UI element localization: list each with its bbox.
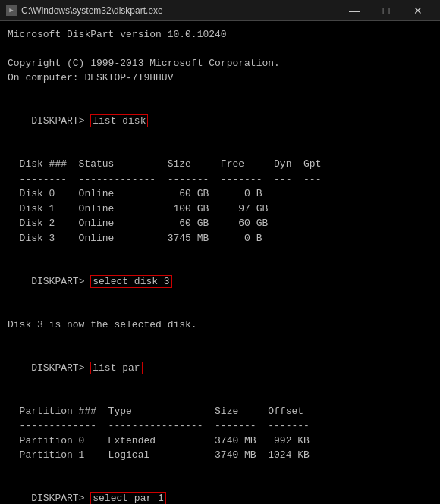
disk-header: Disk ### Status Size Free Dyn Gpt xyxy=(8,157,432,172)
title-bar-left: ▶ C:\Windows\system32\diskpart.exe xyxy=(6,5,163,16)
terminal-window: Microsoft DiskPart version 10.0.10240 Co… xyxy=(0,21,440,504)
cmd3-text: list par xyxy=(90,362,142,374)
version-line: Microsoft DiskPart version 10.0.10240 xyxy=(8,27,432,42)
blank-6 xyxy=(8,332,432,346)
window-controls[interactable]: — □ ✕ xyxy=(338,0,434,21)
disk1-line: Disk 1 Online 100 GB 97 GB xyxy=(8,202,432,217)
blank-8 xyxy=(8,463,432,477)
par-sep: ------------- ---------------- ------- -… xyxy=(8,418,432,434)
app-icon: ▶ xyxy=(6,5,17,16)
cmd1-text: list disk xyxy=(90,114,148,127)
disk3-line: Disk 3 Online 3745 MB 0 B xyxy=(8,231,432,246)
prompt-1: DISKPART> xyxy=(31,115,90,127)
cmd2-text: select disk 3 xyxy=(90,275,171,288)
par0-line: Partition 0 Extended 3740 MB 992 KB xyxy=(8,434,432,449)
blank-4 xyxy=(8,246,432,259)
cmd2-line: DISKPART> select disk 3 xyxy=(8,259,432,304)
select-disk-msg: Disk 3 is now the selected disk. xyxy=(8,318,432,333)
par1-line: Partition 1 Logical 3740 MB 1024 KB xyxy=(8,448,432,463)
blank-1 xyxy=(8,42,432,56)
blank-3 xyxy=(8,143,432,157)
cmd4-line: DISKPART> select par 1 xyxy=(8,477,432,505)
maximize-button[interactable]: □ xyxy=(370,0,402,21)
minimize-button[interactable]: — xyxy=(338,0,370,21)
cmd3-line: DISKPART> list par xyxy=(8,346,432,390)
disk-sep: -------- ------------- ------- ------- -… xyxy=(8,172,432,187)
prompt-4: DISKPART> xyxy=(31,493,90,504)
blank-2 xyxy=(8,86,432,99)
blank-7 xyxy=(8,390,432,404)
disk0-line: Disk 0 Online 60 GB 0 B xyxy=(8,186,432,202)
prompt-2: DISKPART> xyxy=(31,276,90,287)
computer-line: On computer: DESKTOP-7I9HHUV xyxy=(8,70,432,86)
cmd1-line: DISKPART> list disk xyxy=(8,99,432,144)
prompt-3: DISKPART> xyxy=(31,362,90,374)
cmd4-text: select par 1 xyxy=(90,492,166,504)
copyright-line: Copyright (C) 1999-2013 Microsoft Corpor… xyxy=(8,56,432,71)
blank-5 xyxy=(8,304,432,318)
title-bar: ▶ C:\Windows\system32\diskpart.exe — □ ✕ xyxy=(0,0,440,21)
window-title: C:\Windows\system32\diskpart.exe xyxy=(21,5,163,16)
disk2-line: Disk 2 Online 60 GB 60 GB xyxy=(8,216,432,231)
close-button[interactable]: ✕ xyxy=(402,0,434,21)
par-header: Partition ### Type Size Offset xyxy=(8,404,432,419)
